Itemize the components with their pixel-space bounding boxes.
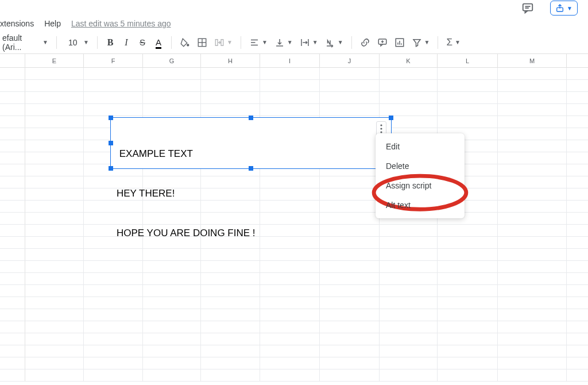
cell[interactable] <box>320 285 380 297</box>
cell[interactable] <box>438 237 498 248</box>
cell[interactable] <box>84 321 143 333</box>
cell[interactable] <box>84 369 143 381</box>
menu-help[interactable]: Help <box>44 19 61 28</box>
column-header[interactable]: F <box>84 54 143 67</box>
cell[interactable] <box>260 273 320 284</box>
cell[interactable] <box>84 273 143 284</box>
cell[interactable] <box>438 333 498 345</box>
cell[interactable] <box>25 333 84 345</box>
cell[interactable] <box>498 333 567 345</box>
cell[interactable] <box>84 357 143 369</box>
functions-button[interactable]: Σ ▼ <box>444 35 462 50</box>
column-header[interactable]: G <box>143 54 201 67</box>
cell[interactable] <box>25 116 84 128</box>
cell[interactable] <box>25 357 84 369</box>
cell[interactable] <box>143 297 201 309</box>
cell[interactable] <box>380 92 438 103</box>
cell[interactable] <box>380 309 438 321</box>
cell[interactable] <box>498 201 567 212</box>
cell[interactable] <box>498 116 567 128</box>
cell[interactable] <box>498 140 567 152</box>
cell[interactable] <box>320 357 380 369</box>
column-header[interactable]: I <box>260 54 320 67</box>
cell[interactable] <box>498 369 567 381</box>
row-header[interactable] <box>0 116 25 128</box>
column-header[interactable]: J <box>320 54 380 67</box>
cell[interactable] <box>25 140 84 152</box>
cell[interactable] <box>25 249 84 260</box>
cell[interactable] <box>498 237 567 248</box>
font-family-combo[interactable]: efault (Ari... ▼ <box>0 32 51 53</box>
context-menu-assign-script[interactable]: Assign script <box>376 176 465 195</box>
cell[interactable] <box>498 297 567 309</box>
filter-button[interactable]: ▼ <box>409 35 432 50</box>
cell[interactable] <box>84 80 143 91</box>
column-header[interactable]: L <box>438 54 498 67</box>
row-header[interactable] <box>0 333 25 345</box>
cell[interactable] <box>25 68 84 79</box>
cell[interactable] <box>201 369 260 381</box>
row-header[interactable] <box>0 213 25 224</box>
vertical-align-button[interactable]: ▼ <box>272 35 295 50</box>
row-header[interactable] <box>0 357 25 369</box>
cell[interactable] <box>25 152 84 164</box>
cell[interactable] <box>380 273 438 284</box>
cell[interactable] <box>380 297 438 309</box>
cell[interactable] <box>260 321 320 333</box>
fill-color-button[interactable] <box>177 35 192 50</box>
column-header[interactable]: M <box>498 54 567 67</box>
cell[interactable] <box>380 285 438 297</box>
row-header[interactable] <box>0 225 25 236</box>
strikethrough-button[interactable]: S <box>136 35 149 50</box>
cell[interactable] <box>380 345 438 357</box>
insert-chart-button[interactable] <box>392 35 407 50</box>
cell[interactable] <box>25 297 84 309</box>
cell[interactable] <box>201 321 260 333</box>
cell[interactable] <box>84 345 143 357</box>
text-color-button[interactable]: A <box>152 35 165 50</box>
cell[interactable] <box>498 309 567 321</box>
cell[interactable] <box>320 369 380 381</box>
cell[interactable] <box>25 237 84 248</box>
cell[interactable] <box>438 321 498 333</box>
cell[interactable] <box>438 225 498 236</box>
cell[interactable] <box>320 345 380 357</box>
font-size-combo[interactable]: 10 ▼ <box>63 37 91 48</box>
cell[interactable] <box>84 297 143 309</box>
row-header[interactable] <box>0 68 25 79</box>
cell[interactable] <box>143 321 201 333</box>
cell[interactable] <box>438 104 498 116</box>
cell[interactable] <box>260 104 320 116</box>
cell[interactable] <box>25 164 84 176</box>
cell[interactable] <box>438 116 498 128</box>
cell[interactable] <box>25 309 84 321</box>
cell[interactable] <box>320 68 380 79</box>
cell[interactable] <box>143 68 201 79</box>
cell[interactable] <box>25 176 84 188</box>
row-header[interactable] <box>0 104 25 116</box>
cell[interactable] <box>320 80 380 91</box>
column-header[interactable]: E <box>25 54 84 67</box>
context-menu-delete[interactable]: Delete <box>376 156 465 176</box>
row-header[interactable] <box>0 249 25 260</box>
cell[interactable] <box>498 92 567 103</box>
cell[interactable] <box>498 225 567 236</box>
row-header[interactable] <box>0 369 25 381</box>
row-header[interactable] <box>0 297 25 309</box>
row-header[interactable] <box>0 152 25 164</box>
cell[interactable] <box>438 261 498 272</box>
cell[interactable] <box>380 80 438 91</box>
cell[interactable] <box>25 345 84 357</box>
cell[interactable] <box>438 249 498 260</box>
cell[interactable] <box>320 333 380 345</box>
cell[interactable] <box>320 309 380 321</box>
cell[interactable] <box>201 68 260 79</box>
cell[interactable] <box>380 68 438 79</box>
spreadsheet-grid[interactable]: EFGHIJKLM EXAMPLE TEXT HEY THERE! HOPE Y… <box>0 54 588 382</box>
cell[interactable] <box>84 68 143 79</box>
text-rotation-button[interactable]: ▼ <box>323 35 346 50</box>
italic-button[interactable]: I <box>119 35 133 50</box>
borders-button[interactable] <box>195 35 210 50</box>
cell[interactable] <box>498 104 567 116</box>
cell[interactable] <box>498 357 567 369</box>
